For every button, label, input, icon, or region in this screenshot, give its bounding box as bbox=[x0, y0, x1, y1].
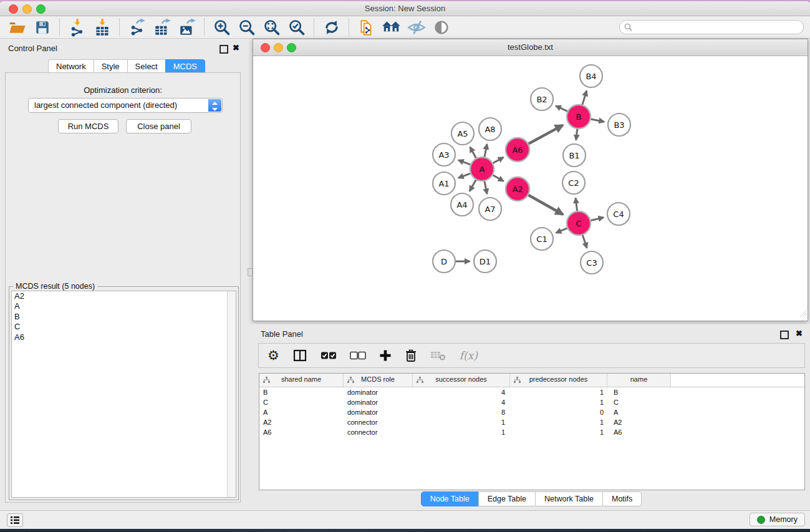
column-header-successor-nodes[interactable]: successor nodes bbox=[413, 374, 510, 387]
network-window-titlebar[interactable]: testGlobe.txt bbox=[253, 39, 808, 56]
graph-edge-B-B2[interactable] bbox=[556, 106, 567, 112]
graph-edge-A-A6[interactable] bbox=[493, 157, 504, 163]
zoom-out-icon[interactable] bbox=[234, 17, 259, 38]
tab-network[interactable]: Network bbox=[48, 59, 94, 74]
graph-node-C2[interactable]: C2 bbox=[562, 172, 585, 194]
graph-node-D1[interactable]: D1 bbox=[474, 250, 496, 273]
search-field[interactable] bbox=[619, 20, 804, 34]
import-network-icon[interactable] bbox=[65, 17, 90, 38]
graph-edge-C-C4[interactable] bbox=[591, 218, 604, 221]
result-list-item[interactable]: A bbox=[12, 301, 236, 311]
close-panel-icon[interactable]: ✖ bbox=[233, 44, 239, 52]
graph-edge-A-A7[interactable] bbox=[485, 181, 487, 194]
tab-node-table[interactable]: Node Table bbox=[421, 491, 479, 506]
open-icon[interactable] bbox=[5, 17, 30, 38]
eye-slash-icon[interactable] bbox=[404, 17, 429, 38]
zoom-selected-icon[interactable] bbox=[284, 17, 309, 38]
column-header-shared-name[interactable]: shared name bbox=[259, 374, 344, 387]
gear-icon[interactable]: ⚙ bbox=[268, 346, 279, 365]
graph-edge-A-A8[interactable] bbox=[485, 144, 487, 157]
graph-edge-A-A2[interactable] bbox=[493, 175, 503, 181]
graph-edge-A6-B[interactable] bbox=[529, 125, 563, 144]
delete-icon[interactable] bbox=[405, 346, 417, 365]
graph-node-C[interactable]: C bbox=[567, 211, 591, 235]
graph-node-A8[interactable]: A8 bbox=[479, 118, 501, 140]
export-image-icon[interactable] bbox=[175, 17, 200, 38]
graph-node-D[interactable]: D bbox=[433, 250, 455, 273]
function-icon[interactable]: f(x) bbox=[460, 346, 478, 365]
run-mcds-button[interactable]: Run MCDS bbox=[58, 119, 118, 133]
graph-edge-C-C3[interactable] bbox=[582, 235, 587, 248]
export-network-icon[interactable] bbox=[125, 17, 150, 38]
result-list-item[interactable]: A2 bbox=[12, 291, 236, 301]
eye-icon[interactable] bbox=[429, 17, 454, 38]
float-panel-icon[interactable] bbox=[780, 331, 789, 339]
graph-edge-A2-C[interactable] bbox=[528, 195, 563, 215]
refresh-icon[interactable] bbox=[319, 17, 344, 38]
splitter-handle[interactable] bbox=[248, 268, 253, 276]
add-icon[interactable] bbox=[379, 346, 392, 365]
search-input[interactable] bbox=[635, 21, 799, 33]
tab-edge-table[interactable]: Edge Table bbox=[478, 491, 536, 506]
save-icon[interactable] bbox=[30, 17, 55, 38]
export-table-icon[interactable] bbox=[150, 17, 175, 38]
delete-table-icon[interactable] bbox=[430, 346, 446, 365]
close-panel-icon[interactable]: ✖ bbox=[796, 329, 803, 338]
graph-node-B[interactable]: B bbox=[567, 105, 591, 128]
result-list-item[interactable]: A6 bbox=[12, 332, 236, 342]
graph-node-B3[interactable]: B3 bbox=[608, 114, 630, 136]
graph-node-A3[interactable]: A3 bbox=[433, 143, 455, 166]
graph-node-C4[interactable]: C4 bbox=[607, 203, 630, 225]
graph-node-A7[interactable]: A7 bbox=[479, 198, 501, 220]
select-all-icon[interactable] bbox=[321, 346, 337, 365]
graph-node-C3[interactable]: C3 bbox=[581, 251, 603, 274]
table-row[interactable]: A6connector11A6 bbox=[259, 427, 804, 437]
graph-node-B2[interactable]: B2 bbox=[531, 88, 553, 110]
graph-edge-A-A5[interactable] bbox=[470, 147, 476, 158]
zoom-in-icon[interactable] bbox=[210, 17, 234, 38]
result-list-item[interactable]: B bbox=[12, 312, 236, 322]
table-row[interactable]: Cdominator41C bbox=[259, 397, 804, 407]
tab-select[interactable]: Select bbox=[127, 59, 166, 74]
graph-node-A6[interactable]: A6 bbox=[506, 138, 529, 162]
tab-mcds[interactable]: MCDS bbox=[165, 59, 205, 74]
tab-network-table[interactable]: Network Table bbox=[535, 491, 603, 506]
graph-edge-C-C1[interactable] bbox=[556, 228, 567, 233]
graph-node-A1[interactable]: A1 bbox=[433, 172, 455, 195]
mcds-result-list[interactable]: A2ABCA6 bbox=[11, 291, 236, 498]
task-history-button[interactable] bbox=[7, 513, 23, 527]
result-list-item[interactable]: C bbox=[12, 322, 236, 332]
table-row[interactable]: A2connector11A2 bbox=[259, 417, 804, 427]
tab-motifs[interactable]: Motifs bbox=[602, 491, 642, 506]
network-canvas[interactable]: B4B2BB3A8A5A6A3B1AA1C2A2A4A7C4CC1DD1C3 bbox=[253, 56, 808, 321]
graph-edge-A-A1[interactable] bbox=[458, 173, 470, 178]
tab-style[interactable]: Style bbox=[94, 59, 128, 74]
table-row[interactable]: Bdominator41B bbox=[259, 387, 804, 397]
column-header-name[interactable]: name bbox=[607, 374, 671, 387]
float-panel-icon[interactable] bbox=[219, 45, 228, 54]
criterion-dropdown[interactable]: largest connected component (directed) bbox=[28, 98, 223, 113]
graph-node-B4[interactable]: B4 bbox=[580, 65, 602, 87]
zoom-fit-icon[interactable] bbox=[259, 17, 284, 38]
houses-icon[interactable] bbox=[379, 17, 404, 38]
graph-edge-B-B4[interactable] bbox=[582, 91, 587, 105]
graph-edge-A-A3[interactable] bbox=[458, 160, 470, 165]
import-table-icon[interactable] bbox=[90, 17, 115, 38]
graph-node-C1[interactable]: C1 bbox=[531, 228, 553, 250]
clone-network-icon[interactable] bbox=[354, 17, 379, 38]
graph-node-A5[interactable]: A5 bbox=[451, 122, 474, 145]
close-panel-button[interactable]: Close panel bbox=[126, 119, 191, 133]
graph-edge-A-A4[interactable] bbox=[470, 180, 476, 191]
deselect-all-icon[interactable] bbox=[350, 346, 366, 365]
column-header-predecessor-nodes[interactable]: predecessor nodes bbox=[510, 374, 607, 387]
result-scrollbar[interactable] bbox=[227, 291, 236, 497]
memory-button[interactable]: Memory bbox=[750, 513, 805, 526]
graph-node-A4[interactable]: A4 bbox=[451, 193, 473, 216]
graph-node-B1[interactable]: B1 bbox=[563, 144, 586, 167]
graph-node-A[interactable]: A bbox=[470, 157, 494, 181]
resize-grip-icon[interactable] bbox=[799, 309, 807, 320]
graph-edge-B-B1[interactable] bbox=[576, 129, 577, 140]
graph-edge-C-C2[interactable] bbox=[576, 198, 577, 211]
graph-edge-B-B3[interactable] bbox=[591, 119, 604, 122]
graph-node-A2[interactable]: A2 bbox=[506, 177, 529, 201]
